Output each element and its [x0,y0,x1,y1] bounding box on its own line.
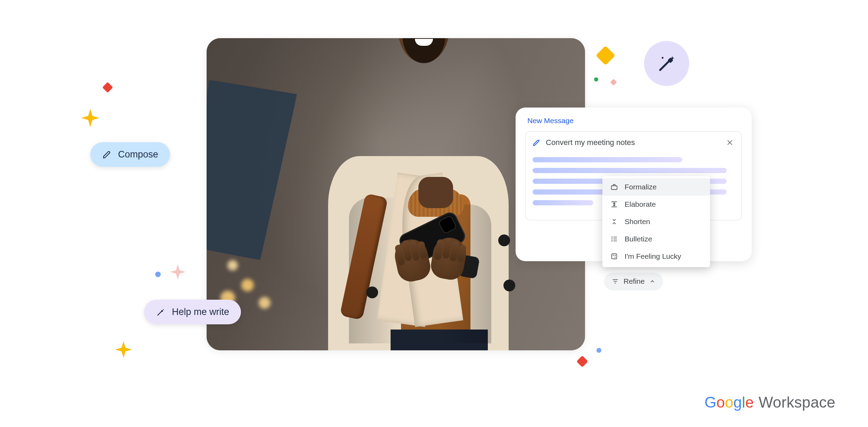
sparkle-icon [169,264,186,280]
svg-point-5 [611,239,612,240]
bullet-list-icon [610,235,618,243]
magic-wand-icon [657,54,676,73]
menu-item-label: Shorten [625,217,650,226]
diamond-icon [102,82,113,93]
google-wordmark: Google [704,394,754,411]
expand-vertical-icon [610,200,618,208]
help-me-write-chip[interactable]: Help me write [144,300,241,324]
menu-item-feeling-lucky[interactable]: I'm Feeling Lucky [602,248,710,265]
prompt-input[interactable]: Convert my meeting notes [546,138,635,147]
svg-rect-3 [611,186,617,189]
svg-point-4 [611,237,612,238]
menu-item-shorten[interactable]: Shorten [602,213,710,230]
refine-button-label: Refine [624,277,645,285]
refine-menu: Formalize Elaborate Shorten Bulletize I'… [602,176,710,267]
google-workspace-logo: Google Workspace [704,394,835,411]
filter-icon [612,278,619,285]
diamond-icon [610,79,617,86]
menu-item-label: Bulletize [625,235,652,243]
menu-item-elaborate[interactable]: Elaborate [602,196,710,213]
svg-point-9 [615,257,616,258]
magic-wand-icon [156,307,166,317]
menu-item-label: I'm Feeling Lucky [625,252,681,261]
svg-point-8 [613,255,614,256]
person-illustration [311,62,526,350]
close-button[interactable] [725,138,735,147]
sparkle-icon [115,341,133,359]
magic-pencil-icon [533,138,541,147]
chevron-up-icon [650,279,655,284]
collapse-vertical-icon [610,217,618,226]
workspace-wordmark: Workspace [759,394,835,411]
diamond-icon [576,356,588,367]
briefcase-icon [610,183,618,191]
menu-item-formalize[interactable]: Formalize [602,178,710,196]
sparkle-icon [81,108,100,128]
compose-chip[interactable]: Compose [90,142,170,167]
pencil-icon [102,150,112,160]
dot-icon [594,77,598,82]
close-icon [726,139,733,146]
svg-rect-7 [612,254,617,259]
refine-button[interactable]: Refine [604,273,663,290]
dot-icon [596,348,601,353]
svg-point-10 [615,255,616,256]
diamond-icon [596,46,616,66]
compose-chip-label: Compose [118,149,158,160]
svg-point-1 [662,57,663,59]
marketing-canvas: Compose Help me write New Message C [0,0,868,427]
svg-point-6 [611,240,612,241]
menu-item-bulletize[interactable]: Bulletize [602,230,710,248]
panel-title: New Message [527,117,742,125]
menu-item-label: Formalize [625,183,657,191]
menu-item-label: Elaborate [625,200,656,208]
help-me-write-chip-label: Help me write [172,307,229,317]
dot-icon [155,272,161,277]
magic-wand-badge [644,41,689,86]
dice-icon [610,252,618,261]
